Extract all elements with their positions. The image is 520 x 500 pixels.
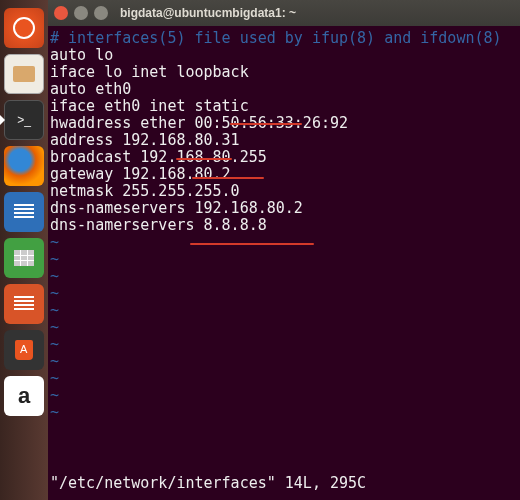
vim-tilde: ~: [50, 302, 518, 319]
vim-tilde: ~: [50, 251, 518, 268]
vim-tilde: ~: [50, 319, 518, 336]
document-app-icon[interactable]: [4, 192, 44, 232]
unity-launcher: >_ a: [0, 0, 48, 500]
terminal-line: address 192.168.80.31: [50, 132, 518, 149]
close-icon[interactable]: [54, 6, 68, 20]
vim-tilde: ~: [50, 353, 518, 370]
window-title: bigdata@ubuntucmbigdata1: ~: [120, 6, 296, 20]
ubuntu-logo-icon: [13, 17, 35, 39]
terminal-window: bigdata@ubuntucmbigdata1: ~ # interfaces…: [48, 0, 520, 500]
annotation-underline: [176, 158, 232, 160]
annotation-underline: [230, 123, 302, 125]
doc-lines-icon: [14, 204, 34, 220]
terminal-line: dns-namerservers 8.8.8.8: [50, 217, 518, 234]
terminal-body[interactable]: # interfaces(5) file used by ifup(8) and…: [48, 26, 520, 500]
folder-icon: [13, 66, 35, 82]
terminal-line: netmask 255.255.255.0: [50, 183, 518, 200]
terminal-launcher-icon[interactable]: >_: [4, 100, 44, 140]
annotation-underline: [190, 243, 314, 245]
vim-tilde: ~: [50, 268, 518, 285]
vim-tilde: ~: [50, 370, 518, 387]
terminal-line: broadcast 192.168.80.255: [50, 149, 518, 166]
terminal-glyph-icon: >_: [17, 113, 31, 127]
impress-app-icon[interactable]: [4, 284, 44, 324]
amazon-icon[interactable]: a: [4, 376, 44, 416]
dash-icon[interactable]: [4, 8, 44, 48]
files-icon[interactable]: [4, 54, 44, 94]
active-indicator-icon: [0, 114, 5, 126]
software-center-icon[interactable]: [4, 330, 44, 370]
terminal-line: # interfaces(5) file used by ifup(8) and…: [50, 30, 518, 47]
terminal-line: dns-nameservers 192.168.80.2: [50, 200, 518, 217]
vim-tilde: ~: [50, 404, 518, 421]
terminal-line: auto eth0: [50, 81, 518, 98]
vim-tilde: ~: [50, 336, 518, 353]
terminal-line: auto lo: [50, 47, 518, 64]
doc-lines-icon: [14, 296, 34, 312]
amazon-glyph-icon: a: [18, 383, 30, 409]
minimize-icon[interactable]: [74, 6, 88, 20]
vim-status-line: "/etc/network/interfaces" 14L, 295C: [50, 475, 366, 492]
shopping-bag-icon: [15, 340, 33, 360]
vim-tilde: ~: [50, 387, 518, 404]
terminal-line: gateway 192.168.80.2: [50, 166, 518, 183]
window-title-bar[interactable]: bigdata@ubuntucmbigdata1: ~: [48, 0, 520, 26]
maximize-icon[interactable]: [94, 6, 108, 20]
terminal-line: iface eth0 inet static: [50, 98, 518, 115]
firefox-icon[interactable]: [4, 146, 44, 186]
spreadsheet-app-icon[interactable]: [4, 238, 44, 278]
annotation-underline: [192, 177, 264, 179]
terminal-line: iface lo inet loopback: [50, 64, 518, 81]
grid-icon: [14, 250, 34, 266]
vim-tilde: ~: [50, 285, 518, 302]
